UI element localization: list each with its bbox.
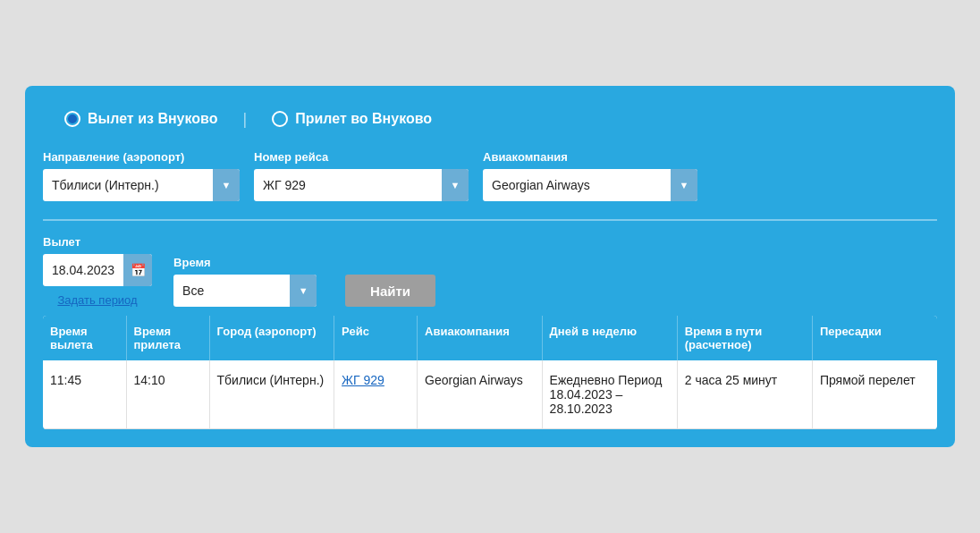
section-divider [43, 219, 937, 221]
td-flight[interactable]: ЖГ 929 [334, 360, 418, 429]
airline-dropdown-btn[interactable] [671, 169, 697, 201]
tab-arrival-label: Прилет во Внуково [295, 111, 432, 127]
time-group: Время Все [173, 256, 317, 307]
th-airline: Авиакомпания [418, 316, 543, 360]
direction-label: Направление (аэропорт) [43, 150, 240, 164]
radio-arrival-icon [272, 111, 288, 127]
flight-select[interactable]: ЖГ 929 [254, 169, 469, 201]
tab-separator: | [242, 110, 247, 129]
direction-group: Направление (аэропорт) Тбилиси (Интерн.) [43, 150, 240, 201]
td-airline: Georgian Airways [418, 360, 543, 429]
th-duration: Время в пути (расчетное) [677, 316, 812, 360]
direction-select[interactable]: Тбилиси (Интерн.) [43, 169, 240, 201]
search-button[interactable]: Найти [345, 275, 435, 307]
td-days: Ежедневно Период 18.04.2023 – 28.10.2023 [542, 360, 677, 429]
td-stops: Прямой перелет [812, 360, 937, 429]
radio-departure-icon [64, 111, 80, 127]
table-header-row: Время вылета Время прилета Город (аэропо… [43, 316, 937, 360]
calendar-btn[interactable]: 📅 [123, 254, 152, 286]
airline-group: Авиакомпания Georgian Airways [483, 150, 697, 201]
th-arrive-time: Время прилета [126, 316, 209, 360]
depart-label: Вылет [43, 235, 152, 249]
date-value: 18.04.2023 [43, 263, 123, 277]
direction-dropdown-btn[interactable] [213, 169, 240, 201]
flight-label: Номер рейса [254, 150, 469, 164]
td-duration: 2 часа 25 минут [677, 360, 812, 429]
airline-select[interactable]: Georgian Airways [483, 169, 697, 201]
time-dropdown-btn[interactable] [290, 275, 317, 307]
time-value: Все [173, 283, 290, 298]
th-depart-time: Время вылета [43, 316, 126, 360]
results-table: Время вылета Время прилета Город (аэропо… [43, 316, 937, 429]
time-select[interactable]: Все [173, 275, 317, 307]
tab-arrival[interactable]: Прилет во Внуково [250, 104, 453, 134]
table-row: 11:4514:10Тбилиси (Интерн.)ЖГ 929Georgia… [43, 360, 937, 429]
date-input-wrap[interactable]: 18.04.2023 📅 [43, 254, 152, 286]
td-depart-time: 11:45 [43, 360, 126, 429]
tab-departure-label: Вылет из Внуково [88, 111, 217, 127]
td-arrive-time: 14:10 [126, 360, 209, 429]
direction-value: Тбилиси (Интерн.) [43, 178, 213, 192]
td-city: Тбилиси (Интерн.) [209, 360, 334, 429]
airline-label: Авиакомпания [483, 150, 697, 164]
set-period-btn[interactable]: Задать период [43, 293, 152, 307]
filter-row: Направление (аэропорт) Тбилиси (Интерн.)… [43, 150, 937, 201]
th-days: Дней в неделю [542, 316, 677, 360]
main-container: Вылет из Внуково | Прилет во Внуково Нап… [25, 86, 955, 447]
tab-departure[interactable]: Вылет из Внуково [43, 104, 239, 134]
th-stops: Пересадки [812, 316, 937, 360]
flight-number-link[interactable]: ЖГ 929 [342, 373, 384, 387]
th-city: Город (аэропорт) [209, 316, 334, 360]
depart-date-group: Вылет 18.04.2023 📅 Задать период [43, 235, 152, 307]
flight-dropdown-btn[interactable] [442, 169, 469, 201]
date-time-row: Вылет 18.04.2023 📅 Задать период Время В… [43, 235, 937, 307]
th-flight: Рейс [334, 316, 418, 360]
flight-value: ЖГ 929 [254, 178, 442, 192]
airline-value: Georgian Airways [483, 178, 671, 192]
time-label: Время [173, 256, 317, 269]
flight-group: Номер рейса ЖГ 929 [254, 150, 469, 201]
tab-row: Вылет из Внуково | Прилет во Внуково [43, 104, 937, 134]
calendar-icon: 📅 [131, 263, 146, 277]
